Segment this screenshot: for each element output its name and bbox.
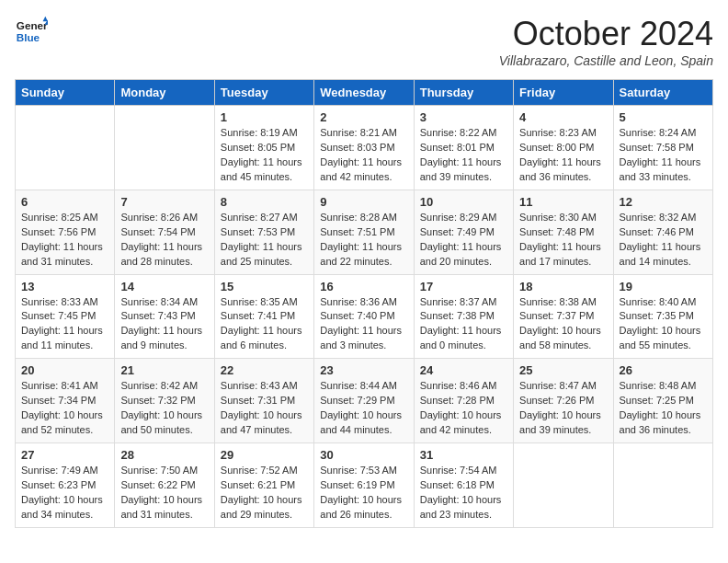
sunset-text: Sunset: 7:46 PM — [620, 226, 694, 237]
daylight-text: Daylight: 10 hours and 55 minutes. — [620, 325, 701, 350]
daylight-text: Daylight: 11 hours and 0 minutes. — [420, 325, 502, 350]
day-number: 1 — [221, 110, 308, 124]
calendar-cell: 8Sunrise: 8:27 AMSunset: 7:53 PMDaylight… — [214, 190, 313, 274]
sunrise-text: Sunrise: 8:19 AM — [221, 127, 298, 138]
calendar-cell: 6Sunrise: 8:25 AMSunset: 7:56 PMDaylight… — [16, 190, 115, 274]
sunset-text: Sunset: 6:19 PM — [320, 479, 394, 490]
sunset-text: Sunset: 7:26 PM — [519, 395, 594, 406]
calendar-cell — [115, 106, 214, 190]
calendar-cell: 7Sunrise: 8:26 AMSunset: 7:54 PMDaylight… — [115, 190, 214, 274]
day-number: 12 — [620, 195, 707, 209]
daylight-text: Daylight: 10 hours and 44 minutes. — [320, 409, 402, 435]
daylight-text: Daylight: 11 hours and 22 minutes. — [320, 241, 402, 267]
week-row-4: 20Sunrise: 8:41 AMSunset: 7:34 PMDayligh… — [16, 359, 713, 443]
daylight-text: Daylight: 10 hours and 47 minutes. — [221, 409, 302, 435]
sunrise-text: Sunrise: 7:54 AM — [420, 465, 497, 476]
sunrise-text: Sunrise: 8:37 AM — [420, 296, 497, 307]
cell-content: Sunrise: 7:50 AMSunset: 6:22 PMDaylight:… — [120, 464, 208, 523]
day-header-saturday: Saturday — [613, 80, 712, 106]
page-header: General Blue October 2024 Villabrazaro, … — [15, 15, 713, 68]
day-number: 7 — [120, 195, 208, 209]
sunset-text: Sunset: 7:51 PM — [320, 226, 394, 237]
daylight-text: Daylight: 10 hours and 31 minutes. — [120, 494, 202, 520]
sunrise-text: Sunrise: 8:22 AM — [420, 127, 497, 138]
daylight-text: Daylight: 10 hours and 29 minutes. — [221, 494, 302, 520]
calendar-cell: 15Sunrise: 8:35 AMSunset: 7:41 PMDayligh… — [214, 274, 313, 359]
cell-content: Sunrise: 8:46 AMSunset: 7:28 PMDaylight:… — [420, 379, 507, 438]
calendar-body: 1Sunrise: 8:19 AMSunset: 8:05 PMDaylight… — [16, 106, 713, 528]
sunset-text: Sunset: 7:58 PM — [620, 142, 694, 153]
calendar-cell: 29Sunrise: 7:52 AMSunset: 6:21 PMDayligh… — [214, 443, 313, 528]
day-number: 13 — [21, 280, 108, 293]
day-number: 25 — [519, 363, 607, 377]
sunrise-text: Sunrise: 8:23 AM — [519, 127, 597, 138]
daylight-text: Daylight: 10 hours and 34 minutes. — [21, 494, 103, 520]
sunset-text: Sunset: 8:00 PM — [519, 142, 594, 153]
daylight-text: Daylight: 10 hours and 26 minutes. — [320, 494, 402, 520]
daylight-text: Daylight: 11 hours and 42 minutes. — [320, 156, 402, 182]
cell-content: Sunrise: 8:22 AMSunset: 8:01 PMDaylight:… — [420, 126, 507, 185]
cell-content: Sunrise: 8:19 AMSunset: 8:05 PMDaylight:… — [221, 126, 308, 185]
day-number: 23 — [320, 363, 407, 377]
calendar-table: SundayMondayTuesdayWednesdayThursdayFrid… — [15, 79, 713, 528]
calendar-cell: 16Sunrise: 8:36 AMSunset: 7:40 PMDayligh… — [314, 274, 414, 359]
daylight-text: Daylight: 10 hours and 50 minutes. — [120, 409, 202, 435]
calendar-cell: 17Sunrise: 8:37 AMSunset: 7:38 PMDayligh… — [414, 274, 513, 359]
day-header-sunday: Sunday — [16, 80, 115, 106]
calendar-cell: 21Sunrise: 8:42 AMSunset: 7:32 PMDayligh… — [115, 359, 214, 443]
calendar-cell: 1Sunrise: 8:19 AMSunset: 8:05 PMDaylight… — [214, 106, 313, 190]
sunrise-text: Sunrise: 8:30 AM — [519, 212, 597, 223]
calendar-cell: 4Sunrise: 8:23 AMSunset: 8:00 PMDaylight… — [514, 106, 613, 190]
cell-content: Sunrise: 8:25 AMSunset: 7:56 PMDaylight:… — [21, 211, 108, 270]
daylight-text: Daylight: 11 hours and 9 minutes. — [120, 325, 202, 350]
daylight-text: Daylight: 11 hours and 25 minutes. — [221, 241, 302, 267]
daylight-text: Daylight: 11 hours and 33 minutes. — [620, 156, 701, 182]
sunrise-text: Sunrise: 8:48 AM — [620, 380, 697, 391]
calendar-cell: 31Sunrise: 7:54 AMSunset: 6:18 PMDayligh… — [414, 443, 513, 528]
cell-content: Sunrise: 8:34 AMSunset: 7:43 PMDaylight:… — [120, 295, 208, 354]
month-title: October 2024 — [499, 15, 713, 53]
calendar-cell: 13Sunrise: 8:33 AMSunset: 7:45 PMDayligh… — [16, 274, 115, 359]
sunrise-text: Sunrise: 8:36 AM — [320, 296, 397, 307]
sunset-text: Sunset: 7:56 PM — [21, 226, 96, 237]
cell-content: Sunrise: 8:28 AMSunset: 7:51 PMDaylight:… — [320, 211, 407, 270]
sunrise-text: Sunrise: 7:50 AM — [120, 465, 198, 476]
cell-content: Sunrise: 8:38 AMSunset: 7:37 PMDaylight:… — [519, 295, 607, 354]
calendar-cell: 5Sunrise: 8:24 AMSunset: 7:58 PMDaylight… — [613, 106, 712, 190]
calendar-cell: 10Sunrise: 8:29 AMSunset: 7:49 PMDayligh… — [414, 190, 513, 274]
day-header-thursday: Thursday — [414, 80, 513, 106]
cell-content: Sunrise: 7:53 AMSunset: 6:19 PMDaylight:… — [320, 464, 407, 523]
day-number: 2 — [320, 110, 407, 124]
sunset-text: Sunset: 7:32 PM — [120, 395, 195, 406]
calendar-cell: 19Sunrise: 8:40 AMSunset: 7:35 PMDayligh… — [613, 274, 712, 359]
cell-content: Sunrise: 8:36 AMSunset: 7:40 PMDaylight:… — [320, 295, 407, 354]
sunset-text: Sunset: 6:23 PM — [21, 479, 96, 490]
sunrise-text: Sunrise: 7:53 AM — [320, 465, 397, 476]
sunset-text: Sunset: 7:34 PM — [21, 395, 96, 406]
cell-content: Sunrise: 8:29 AMSunset: 7:49 PMDaylight:… — [420, 211, 507, 270]
cell-content: Sunrise: 8:27 AMSunset: 7:53 PMDaylight:… — [221, 211, 308, 270]
sunrise-text: Sunrise: 8:25 AM — [21, 212, 98, 223]
sunrise-text: Sunrise: 8:47 AM — [519, 380, 597, 391]
calendar-cell: 22Sunrise: 8:43 AMSunset: 7:31 PMDayligh… — [214, 359, 313, 443]
calendar-cell: 26Sunrise: 8:48 AMSunset: 7:25 PMDayligh… — [613, 359, 712, 443]
sunrise-text: Sunrise: 8:46 AM — [420, 380, 497, 391]
day-number: 21 — [120, 363, 208, 377]
sunrise-text: Sunrise: 8:41 AM — [21, 380, 98, 391]
sunrise-text: Sunrise: 8:21 AM — [320, 127, 397, 138]
calendar-cell: 12Sunrise: 8:32 AMSunset: 7:46 PMDayligh… — [613, 190, 712, 274]
sunset-text: Sunset: 8:03 PM — [320, 142, 394, 153]
sunset-text: Sunset: 7:25 PM — [620, 395, 694, 406]
sunrise-text: Sunrise: 8:43 AM — [221, 380, 298, 391]
calendar-cell — [514, 443, 613, 528]
day-number: 27 — [21, 448, 108, 462]
sunset-text: Sunset: 7:28 PM — [420, 395, 495, 406]
daylight-text: Daylight: 11 hours and 17 minutes. — [519, 241, 601, 267]
sunset-text: Sunset: 6:18 PM — [420, 479, 495, 490]
cell-content: Sunrise: 8:40 AMSunset: 7:35 PMDaylight:… — [620, 295, 707, 354]
day-number: 10 — [420, 195, 507, 209]
day-number: 19 — [620, 280, 707, 293]
calendar-cell: 3Sunrise: 8:22 AMSunset: 8:01 PMDaylight… — [414, 106, 513, 190]
day-header-friday: Friday — [514, 80, 613, 106]
sunset-text: Sunset: 6:22 PM — [120, 479, 195, 490]
